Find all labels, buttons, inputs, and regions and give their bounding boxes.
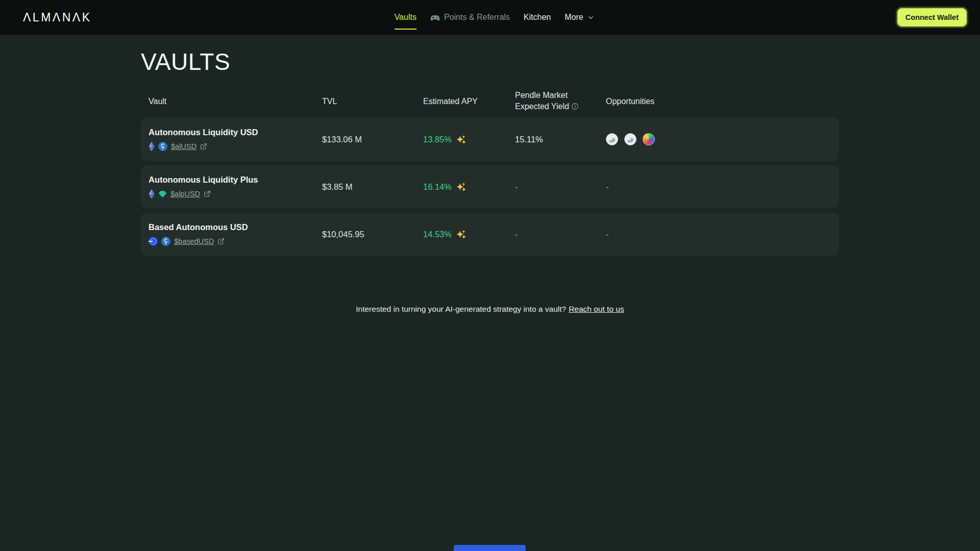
apy-cell: 16.14% [423,182,515,192]
col-header-tvl: TVL [322,97,423,106]
ethereum-icon [149,189,155,198]
gem-icon [158,190,167,198]
tvl-value: $10,045.95 [322,230,423,239]
opportunities-cell: - [606,182,839,192]
opportunities-cell: - [606,230,839,239]
vault-row-autonomous-liquidity-usd[interactable]: Autonomous Liquidity USD $alUSD $133.06 … [141,118,839,161]
apy-value: 14.53% [423,230,452,239]
nav-tab-more[interactable]: More [565,13,594,22]
opportunities-cell [606,133,839,145]
top-nav: ΛLMΛNΛK Vaults Points & Referrals Kitche… [0,0,980,35]
nav-vaults-label: Vaults [395,13,416,22]
sparkles-icon [456,229,467,240]
token-link[interactable]: $alUSD [171,142,197,151]
col-header-opportunities: Opportunities [606,97,839,106]
usdc-icon [158,142,167,151]
col-header-vault: Vault [149,97,322,106]
sparkles-icon [456,182,467,192]
vault-meta: $alpUSD [149,189,322,198]
vault-row-based-autonomous-usd[interactable]: Based Autonomous USD $basedUSD $10,045.9… [141,213,839,256]
vaults-page: VAULTS Vault TVL Estimated APY Pendle Ma… [141,48,839,314]
external-link-icon[interactable] [200,143,207,150]
table-header: Vault TVL Estimated APY Pendle Market Ex… [141,90,839,113]
token-link[interactable]: $alpUSD [170,190,200,198]
main-nav: Vaults Points & Referrals Kitchen More [92,13,897,22]
vault-cell: Based Autonomous USD $basedUSD [149,222,322,246]
tvl-value: $133.06 M [322,135,423,144]
apy-value: 13.85% [423,135,452,144]
vault-name: Autonomous Liquidity USD [149,128,322,137]
info-icon[interactable] [571,102,579,113]
external-link-icon[interactable] [204,190,211,197]
sparkles-icon [456,134,467,145]
nav-tab-kitchen[interactable]: Kitchen [524,13,551,22]
external-link-icon[interactable] [217,238,225,245]
pendle-icon[interactable] [624,133,636,145]
nav-tab-vaults[interactable]: Vaults [395,13,416,22]
footer-cta-text: Interested in turning your AI-generated … [356,305,566,313]
rainbow-icon[interactable] [643,133,655,145]
reach-out-link[interactable]: Reach out to us [569,305,624,313]
nav-points-referrals-label: Points & Referrals [444,13,510,22]
connect-wallet-button[interactable]: Connect Wallet [897,8,967,27]
almanak-logo[interactable]: ΛLMΛNΛK [23,11,92,24]
pendle-yield-value: 15.11% [515,135,606,144]
apy-value: 16.14% [423,182,452,192]
apy-cell: 14.53% [423,229,515,240]
vault-meta: $basedUSD [149,237,322,246]
vault-cell: Autonomous Liquidity Plus $alpUSD [149,175,322,198]
pendle-icon[interactable] [606,133,618,145]
bottom-blue-bar [454,545,526,551]
footer-cta: Interested in turning your AI-generated … [141,305,839,314]
col-header-pendle-yield: Pendle Market Expected Yield [515,90,593,113]
apy-cell: 13.85% [423,134,515,145]
page-title: VAULTS [141,48,839,76]
pendle-yield-value: - [515,230,606,239]
ethereum-icon [149,142,155,151]
vault-name: Based Autonomous USD [149,222,322,232]
token-link[interactable]: $basedUSD [174,237,214,245]
base-icon [149,237,158,246]
usdc-icon [161,237,170,246]
nav-more-label: More [565,13,583,22]
tvl-value: $3.85 M [322,182,423,192]
pendle-header-label: Pendle Market Expected Yield [515,91,569,111]
nav-tab-points-referrals[interactable]: Points & Referrals [430,13,510,22]
vault-name: Autonomous Liquidity Plus [149,175,322,185]
vault-row-autonomous-liquidity-plus[interactable]: Autonomous Liquidity Plus $alpUSD $3.85 … [141,165,839,208]
vault-cell: Autonomous Liquidity USD $alUSD [149,128,322,151]
nav-kitchen-label: Kitchen [524,13,551,22]
vault-meta: $alUSD [149,142,322,151]
col-header-estimated-apy: Estimated APY [423,97,515,106]
pendle-yield-value: - [515,182,606,192]
chevron-down-icon [587,14,595,21]
gamepad-icon [430,13,440,22]
